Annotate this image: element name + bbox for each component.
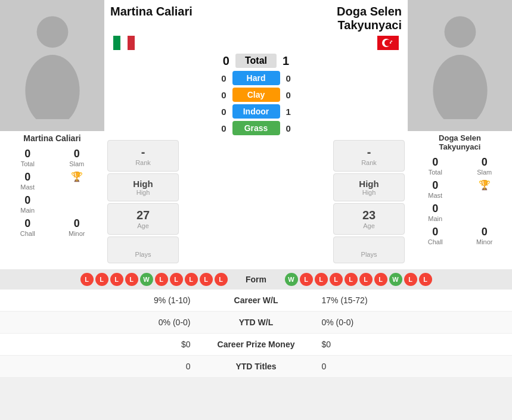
stats-rows: 9% (1-10) Career W/L 17% (15-72) 0% (0-0…: [0, 290, 512, 378]
form-badge-w: W: [140, 273, 153, 286]
player1-chall-block: 0 Chall: [6, 217, 49, 237]
player1-mast-block: 0 Mast: [6, 171, 49, 191]
player2-rank-val: -: [337, 145, 401, 159]
player1-minor-block: 0 Minor: [55, 217, 99, 237]
form-badge-l: L: [419, 273, 432, 286]
player1-slam-label: Slam: [69, 160, 84, 167]
player2-minor-value: 0: [482, 226, 488, 238]
player1-rank-lbl: Rank: [111, 159, 175, 166]
career-wl-row: 9% (1-10) Career W/L 17% (15-72): [0, 290, 512, 312]
player1-age-val: 27: [111, 209, 175, 222]
form-badge-l: L: [110, 273, 123, 286]
career-wl-label: Career W/L: [203, 295, 310, 305]
hard-score-left: 0: [203, 73, 226, 83]
form-badge-l: L: [200, 273, 213, 286]
player1-name-header: Martina Caliari: [110, 5, 256, 18]
grass-badge: Grass: [232, 121, 280, 135]
form-label: Form: [232, 275, 280, 284]
player1-photo: [0, 0, 104, 131]
ytd-wl-row: 0% (0-0) YTD W/L 0% (0-0): [0, 312, 512, 334]
total-score-row: 0 Total 1: [104, 52, 408, 69]
player1-minor-value: 0: [74, 217, 80, 230]
player1-column: Martina Caliari 0 Total 0 Slam 0 Mast 🏆: [0, 0, 104, 266]
player1-main-value: 0: [24, 194, 30, 207]
player1-age-lbl: Age: [111, 222, 175, 229]
player1-plays-card: Plays: [107, 237, 179, 263]
top-section: Martina Caliari 0 Total 0 Slam 0 Mast 🏆: [0, 0, 512, 269]
player1-high-lbl: High: [111, 189, 175, 196]
total-label: Total: [235, 54, 277, 68]
player1-flag: [113, 36, 135, 50]
player2-prize: $0: [310, 340, 507, 349]
prize-label: Career Prize Money: [203, 340, 310, 349]
player1-mast-label: Mast: [20, 183, 35, 191]
player1-ytd-wl: 0% (0-0): [6, 318, 203, 327]
player1-silhouette: [17, 12, 88, 119]
grass-score-right: 0: [286, 123, 310, 133]
player2-minor-block: 0 Minor: [463, 226, 507, 245]
clay-score-right: 0: [286, 90, 310, 100]
form-badge-l: L: [300, 273, 313, 286]
form-badge-l: L: [359, 273, 373, 286]
svg-rect-3: [120, 36, 128, 50]
player2-chall-value: 0: [432, 226, 438, 238]
player2-mast-value: 0: [432, 179, 438, 192]
player2-info-cards: - Rank High High 23 Age Plays: [333, 140, 405, 263]
player2-chall-label: Chall: [428, 238, 443, 245]
surface-rows: 0 Hard 0 0 Clay 0 0 Indoor 1: [104, 69, 408, 137]
player2-mast-label: Mast: [428, 192, 442, 199]
clay-score-left: 0: [203, 90, 226, 100]
grass-row: 0 Grass 0: [110, 121, 402, 135]
form-badge-l: L: [170, 273, 183, 286]
player1-rank-card: - Rank: [107, 140, 179, 172]
player1-plays-val: [111, 242, 175, 251]
main-container: Martina Caliari 0 Total 0 Slam 0 Mast 🏆: [0, 0, 512, 378]
player2-total-value: 0: [432, 156, 438, 169]
player2-rank-card: - Rank: [333, 140, 405, 172]
form-badge-w: W: [389, 273, 402, 286]
player1-slam-value: 0: [74, 148, 80, 160]
player1-total-value: 0: [24, 148, 30, 160]
player2-trophy-block: 🏆: [463, 179, 507, 199]
player2-plays-val: [337, 242, 401, 251]
flags-row: [104, 35, 408, 52]
player1-name: Martina Caliari: [20, 131, 84, 145]
form-badge-w: W: [285, 273, 298, 286]
ytd-titles-label: YTD Titles: [203, 362, 310, 371]
svg-rect-4: [128, 36, 135, 50]
form-badge-l: L: [80, 273, 94, 286]
player2-total-label: Total: [429, 169, 442, 176]
hard-badge: Hard: [232, 71, 280, 85]
player1-age-card: 27 Age: [107, 203, 179, 235]
svg-point-0: [36, 16, 68, 48]
player1-rank-val: -: [111, 145, 175, 159]
grass-score-left: 0: [203, 123, 226, 133]
indoor-row: 0 Indoor 1: [110, 104, 402, 119]
player2-mast-block: 0 Mast: [414, 179, 457, 199]
player2-form-badges: WLLLLLLWLL: [285, 273, 507, 286]
player1-stats: 0 Total 0 Slam 0 Mast 🏆 0 Main: [0, 145, 104, 242]
player2-rank-lbl: Rank: [337, 159, 401, 166]
player1-chall-value: 0: [24, 217, 30, 230]
player2-silhouette: [424, 12, 496, 119]
form-badge-l: L: [185, 273, 198, 286]
ytd-wl-label: YTD W/L: [203, 318, 310, 327]
player2-slam-block: 0 Slam: [463, 156, 507, 176]
player2-age-lbl: Age: [337, 222, 401, 229]
svg-point-1: [25, 55, 79, 119]
form-badge-l: L: [374, 273, 387, 286]
player2-flag: [377, 36, 399, 50]
form-badge-l: L: [345, 273, 358, 286]
player1-career-wl: 9% (1-10): [6, 295, 203, 305]
player2-age-val: 23: [337, 209, 401, 222]
player2-minor-label: Minor: [476, 238, 493, 245]
player1-high-card: High High: [107, 173, 179, 201]
player1-form-badges: LLLLWLLLLL: [6, 273, 228, 286]
total-score-right: 1: [283, 54, 306, 68]
clay-badge: Clay: [232, 88, 280, 102]
indoor-score-left: 0: [203, 107, 226, 117]
player1-main-block: 0 Main: [6, 194, 49, 214]
player2-plays-lbl: Plays: [337, 251, 401, 258]
player2-high-val: High: [337, 179, 401, 189]
player2-ytd-wl: 0% (0-0): [310, 318, 507, 327]
